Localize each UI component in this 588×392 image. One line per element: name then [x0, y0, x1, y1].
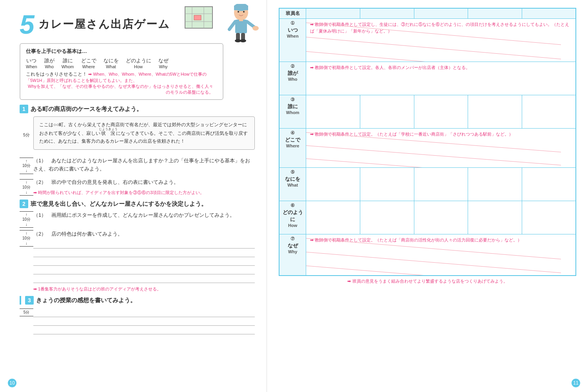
basics-items-row: いつ When 誰が Who 誰に Whom どこで Where なにを Wha…: [26, 57, 217, 69]
q2-text-container: （2） 班の中で自分の意見を発表し、右の表に書いてみよう。 ➡ 時間が限られてい…: [33, 178, 255, 196]
section2-header: 2 班で意見を出し合い、どんなカレー屋さんにするかを決定しよう。: [20, 200, 255, 208]
basics-pink-note2: Whyを加えて、「なぜ、その仕事をやるのか、なぜ大事なのか」をはっきりさせると、…: [26, 83, 217, 95]
main-table: 班員名 ①いつWhen➡ 教師側で初期条件として設定し、生徒には、③だれに⑤なに…: [279, 8, 576, 276]
basics-item-who: 誰が Who: [44, 57, 54, 69]
section1-title: ある町の商店街のケースを考えてみよう。: [31, 105, 142, 113]
row-cell-3-3: [468, 95, 522, 129]
svg-rect-11: [235, 20, 247, 33]
s2-q2-text: （2） 店の特色は何か書いてみよう。: [33, 230, 255, 285]
row-cell-6-3: [468, 201, 522, 234]
row-cell-3-0: [306, 95, 360, 129]
row-cell-6-4: [522, 201, 576, 234]
s3-container: 5分: [20, 309, 255, 336]
q2-container: ↑10分↓ （2） 班の中で自分の意見を発表し、右の表に書いてみよう。 ➡ 時間…: [20, 178, 255, 196]
row-cell-3-1: [360, 95, 414, 129]
table-row-2: ②誰がWho➡ 教師側で初期条件として設定。各人、各班のメンバーが出店者（主体）…: [279, 62, 576, 95]
basics-item-where: どこで Where: [81, 57, 96, 69]
svg-line-24: [306, 145, 561, 165]
section2-title: 班で意見を出し合い、どんなカレー屋さんにするかを決定しよう。: [31, 200, 207, 208]
basics-box: 仕事を上手にやる基本は… いつ When 誰が Who 誰に Whom どこで …: [20, 43, 223, 100]
row-label-⑤: ⑤なにをWhat: [279, 168, 306, 201]
row-cell-5-2: [414, 168, 468, 201]
row-note-1: ➡ 教師側で初期条件として設定し、生徒には、③だれに⑤なにを⑥どのように、の項目…: [310, 21, 572, 34]
svg-line-28: [306, 266, 561, 275]
page-num-left: 10: [8, 379, 16, 387]
table-row-5: ⑤なにをWhat: [279, 168, 576, 201]
row-label-④: ④どこでWhere: [279, 129, 306, 168]
section3-title-row: 3 きょうの授業の感想を書いてみよう。: [25, 296, 255, 305]
svg-rect-8: [234, 5, 248, 10]
q2-text: （2） 班の中で自分の意見を発表し、右の表に書いてみよう。: [33, 178, 255, 187]
section1-number: 1: [20, 105, 28, 113]
basics-title: 仕事を上手にやる基本は…: [26, 48, 217, 55]
answer-line-2: [33, 250, 255, 257]
lesson-number: 5: [20, 11, 34, 38]
s2-q1-text: （1） 画用紙にポスターを作成して、どんなカレー屋さんなのかプレゼンしてみよう。: [33, 211, 255, 228]
row-cell-6-1: [360, 201, 414, 234]
s2-time1: ↑10分↓: [20, 211, 33, 228]
basics-item-why: なぜ Why: [158, 57, 169, 69]
section1-header: 1 ある町の商店街のケースを考えてみよう。: [20, 105, 255, 113]
table-row-6: ⑥どのようにHow: [279, 201, 576, 234]
row-label-⑥: ⑥どのようにHow: [279, 201, 306, 234]
scenario-container: ここは○○町。古くから栄えてきた商店街で有名だが、最近では郊外の大型ショッピング…: [33, 116, 255, 154]
section3-title: きょうの授業の感想を書いてみよう。: [36, 297, 136, 304]
table-row-3: ③誰にWhom: [279, 95, 576, 129]
header-col1: [306, 8, 360, 19]
section3-number: 3: [25, 296, 34, 305]
svg-line-21: [306, 37, 561, 59]
answer-line-3: [33, 259, 255, 266]
basics-item-what: なにを What: [103, 57, 119, 69]
row-cell-6-2: [414, 201, 468, 234]
table-row-1: ①いつWhen➡ 教師側で初期条件として設定し、生徒には、③だれに⑤なにを⑥どの…: [279, 19, 576, 62]
svg-rect-19: [239, 19, 243, 21]
svg-line-27: [306, 252, 561, 273]
bottom-note-right: ➡ 班員の意見をうまく組み合わせてより繁盛するような店をつくりあげてみよう。: [279, 278, 576, 284]
s2-bottom-pink: ➡ 1番集客力がありそうな店はどの班のアイディアが考えさせる。: [33, 286, 255, 292]
s3-line-3: [33, 327, 255, 334]
time-label-10min-1: ↑10分↓: [20, 157, 33, 176]
row-cell-3-4: [522, 95, 576, 129]
row-cell-5-4: [522, 168, 576, 201]
table-row-4: ④どこでWhere➡ 教師側で初期条件として設定。（たとえば「学校に一番近い商店…: [279, 129, 576, 168]
basics-item-how: どのように How: [126, 57, 151, 69]
table-row-7: ⑦なぜWhy➡ 教師側で初期条件として設定。（たとえば「商店街の活性化が街の人々…: [279, 234, 576, 276]
s2-time2: ↑10分↓: [20, 230, 33, 285]
row-cell-3-2: [414, 95, 468, 129]
svg-line-22: [306, 51, 561, 62]
q1-text: （1） あなたはどのようなカレー屋さんを出店しますか？上の「仕事を上手にやる基本…: [33, 157, 255, 173]
svg-line-12: [229, 22, 235, 29]
row-note-4: ➡ 教師側で初期条件として設定。（たとえば「学校に一番近い商店街」「さびれつつあ…: [310, 131, 572, 138]
row-label-①: ①いつWhen: [279, 19, 306, 62]
time-label-10min-2: ↑10分↓: [20, 178, 33, 196]
row-label-③: ③誰にWhom: [279, 95, 306, 129]
row-cell-6-0: [306, 201, 360, 234]
answer-line-4: [33, 267, 255, 274]
q1-container: ↑10分↓ （1） あなたはどのようなカレー屋さんを出店しますか？上の「仕事を上…: [20, 157, 255, 176]
time-indicator-5min: 5分: [20, 116, 33, 154]
table-body: ①いつWhen➡ 教師側で初期条件として設定し、生徒には、③だれに⑤なにを⑥どの…: [279, 19, 576, 276]
scenario-box: ここは○○町。古くから栄えてきた商店街で有名だが、最近では郊外の大型ショッピング…: [33, 116, 255, 150]
svg-rect-5: [194, 15, 201, 20]
row-label-⑦: ⑦なぜWhy: [279, 234, 306, 276]
s2-q1-container: ↑10分↓ （1） 画用紙にポスターを作成して、どんなカレー屋さんなのかプレゼン…: [20, 211, 255, 228]
s2-q1: （1） 画用紙にポスターを作成して、どんなカレー屋さんなのかプレゼンしてみよう。: [33, 211, 255, 220]
q1-text-container: （1） あなたはどのようなカレー屋さんを出店しますか？上の「仕事を上手にやる基本…: [33, 157, 255, 176]
right-page: 班員名 ①いつWhen➡ 教師側で初期条件として設定し、生徒には、③だれに⑤なに…: [267, 0, 588, 392]
row-cell-5-0: [306, 168, 360, 201]
row-note-7: ➡ 教師側で初期条件として設定。（たとえば「商店街の活性化が街の人々の活力回復に…: [310, 237, 572, 243]
header-col4: [468, 8, 522, 19]
s3-time: 5分: [20, 309, 33, 336]
header-col2: [360, 8, 414, 19]
row-cell-5-3: [468, 168, 522, 201]
row-label-②: ②誰がWho: [279, 62, 306, 95]
left-page: 5 カレー屋さん出店ゲーム: [0, 0, 267, 392]
svg-point-18: [240, 39, 246, 42]
basics-pink-note: ➡ When、Who、Whom、Where、Whatの5WとHowで仕事の「5W…: [26, 72, 207, 83]
s3-line-1: [33, 310, 255, 317]
s3-lines: [33, 309, 255, 336]
row-content-4: ➡ 教師側で初期条件として設定。（たとえば「学校に一番近い商店街」「さびれつつあ…: [306, 129, 576, 168]
s3-line-2: [33, 319, 255, 326]
row-content-1: ➡ 教師側で初期条件として設定し、生徒には、③だれに⑤なにを⑥どのように、の項目…: [306, 19, 576, 62]
section3-header: 3 きょうの授業の感想を書いてみよう。: [20, 296, 255, 305]
